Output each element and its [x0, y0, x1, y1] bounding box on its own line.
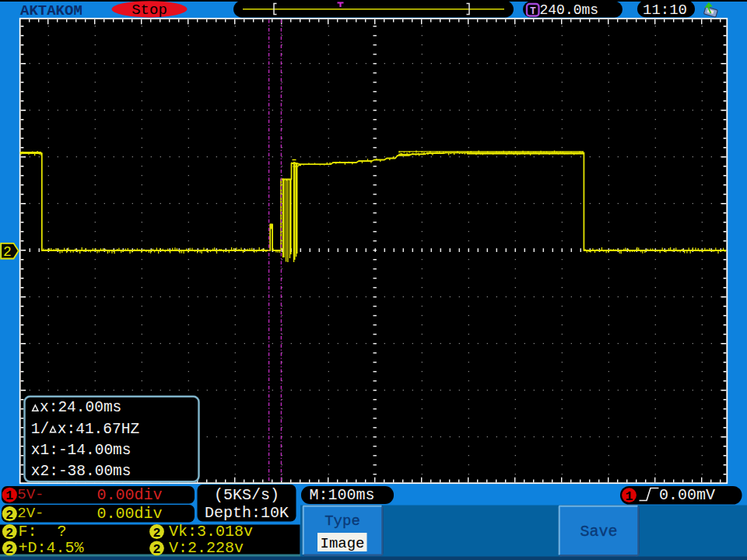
- svg-text:0.00mV: 0.00mV: [659, 486, 715, 504]
- svg-text:2: 2: [153, 542, 161, 557]
- svg-text:F:: F:: [19, 523, 37, 541]
- svg-text:2: 2: [3, 244, 12, 260]
- svg-text:x:41.67HZ: x:41.67HZ: [58, 421, 139, 438]
- svg-text:2: 2: [5, 508, 13, 523]
- svg-text:x2:-38.00ms: x2:-38.00ms: [31, 463, 132, 480]
- svg-text:1/: 1/: [31, 421, 49, 438]
- svg-text:x:24.00ms: x:24.00ms: [40, 399, 121, 416]
- svg-text:(5KS/s): (5KS/s): [214, 486, 279, 504]
- svg-text:+D:4.5%: +D:4.5%: [19, 539, 85, 557]
- svg-text:M:100ms: M:100ms: [309, 486, 374, 504]
- svg-text:0.00div: 0.00div: [96, 505, 162, 523]
- svg-text:Vk:3.018v: Vk:3.018v: [169, 523, 253, 541]
- svg-text:2: 2: [5, 526, 13, 541]
- svg-text:x1:-14.00ms: x1:-14.00ms: [31, 442, 132, 459]
- svg-text:2: 2: [153, 526, 161, 541]
- svg-text:Image: Image: [320, 535, 364, 552]
- svg-text:Type: Type: [324, 513, 360, 530]
- svg-text:Depth:10K: Depth:10K: [205, 504, 289, 522]
- svg-text:2V-: 2V-: [17, 505, 44, 522]
- svg-text:Save: Save: [580, 523, 617, 541]
- svg-text:?: ?: [58, 523, 67, 541]
- svg-text:240.0ms: 240.0ms: [540, 2, 599, 18]
- svg-text:T: T: [530, 5, 536, 17]
- svg-text:5V-: 5V-: [17, 486, 44, 503]
- svg-text:1: 1: [5, 488, 13, 503]
- svg-text:Stop: Stop: [132, 2, 167, 19]
- svg-text:0.00div: 0.00div: [96, 486, 162, 504]
- svg-text:V:2.228v: V:2.228v: [169, 539, 244, 557]
- svg-text:1: 1: [626, 489, 633, 504]
- svg-text:AKTAKOM: AKTAKOM: [20, 2, 82, 19]
- svg-text:11:10: 11:10: [643, 2, 687, 19]
- svg-text:2: 2: [5, 542, 13, 557]
